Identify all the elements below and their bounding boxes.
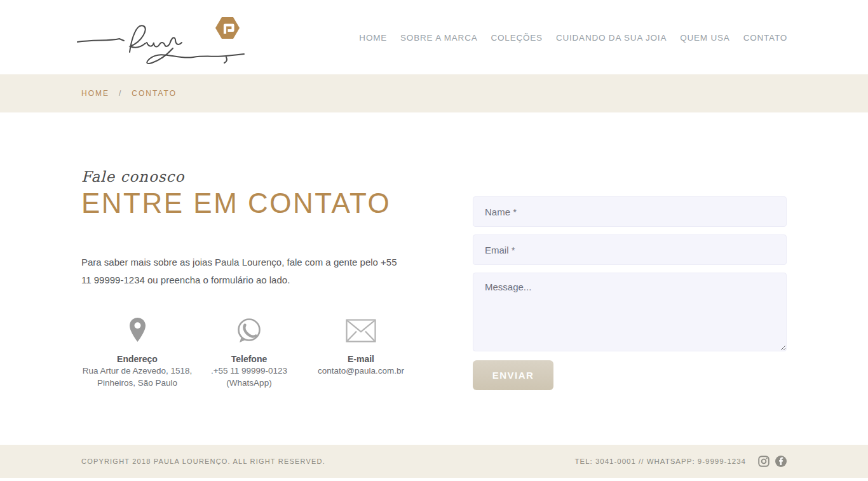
- nav-item-home[interactable]: HOME: [359, 33, 387, 43]
- address-line: Pinheiros, São Paulo: [81, 377, 193, 388]
- contact-page: HOME SOBRE A MARCA COLEÇÕES CUIDANDO DA …: [0, 0, 868, 481]
- address-info-block: Endereço Rua Artur de Azevedo, 1518, Pin…: [81, 317, 193, 388]
- send-button[interactable]: ENVIAR: [473, 360, 553, 390]
- envelope-icon: [305, 317, 417, 345]
- address-line: Rua Artur de Azevedo, 1518,: [81, 365, 193, 376]
- nav-item-quem-usa[interactable]: QUEM USA: [680, 33, 729, 43]
- contact-info-row: Endereço Rua Artur de Azevedo, 1518, Pin…: [81, 317, 417, 388]
- email-info-block: E-mail contato@paula.com.br: [305, 317, 417, 388]
- bottom-strip: [0, 478, 868, 481]
- phone-info-block: Telefone .+55 11 99999-0123 (WhatsApp): [193, 317, 305, 388]
- message-textarea[interactable]: [473, 273, 787, 351]
- breadcrumb-current: CONTATO: [132, 89, 177, 98]
- footer-contact-area: TEL: 3041-0001 // WHATSAPP: 9-9999-1234: [574, 456, 787, 467]
- instagram-icon[interactable]: [758, 456, 770, 467]
- site-footer: COPYRIGHT 2018 PAULA LOURENÇO. ALL RIGHT…: [0, 445, 868, 478]
- nav-item-sobre-a-marca[interactable]: SOBRE A MARCA: [400, 33, 477, 43]
- main-content: Fale conosco ENTRE EM CONTATO Para saber…: [0, 112, 868, 445]
- hexagon-monogram-icon: [215, 15, 240, 41]
- whatsapp-icon: [193, 317, 305, 345]
- main-navigation: HOME SOBRE A MARCA COLEÇÕES CUIDANDO DA …: [359, 32, 787, 43]
- breadcrumb-separator: /: [119, 89, 122, 98]
- location-pin-icon: [81, 317, 193, 345]
- breadcrumb: HOME / CONTATO: [81, 89, 177, 98]
- contact-form: ENVIAR: [473, 196, 787, 445]
- nav-item-cuidando-da-sua-joia[interactable]: CUIDANDO DA SUA JOIA: [556, 33, 667, 43]
- script-subtitle: Fale conosco: [81, 168, 424, 185]
- brand-logo[interactable]: [76, 9, 247, 66]
- phone-line: .+55 11 99999-0123: [193, 365, 305, 376]
- nav-item-colecoes[interactable]: COLEÇÕES: [491, 33, 543, 43]
- email-input[interactable]: [473, 234, 787, 265]
- contact-intro-column: Fale conosco ENTRE EM CONTATO Para saber…: [81, 168, 424, 445]
- breadcrumb-home-link[interactable]: HOME: [81, 89, 109, 98]
- nav-item-contato[interactable]: CONTATO: [743, 33, 787, 43]
- email-line: contato@paula.com.br: [305, 365, 417, 376]
- name-input[interactable]: [473, 196, 787, 227]
- facebook-icon[interactable]: [775, 456, 787, 467]
- phone-title: Telefone: [193, 354, 305, 364]
- site-header: HOME SOBRE A MARCA COLEÇÕES CUIDANDO DA …: [0, 0, 868, 74]
- intro-paragraph: Para saber mais sobre as joias Paula Lou…: [81, 254, 409, 289]
- address-title: Endereço: [81, 354, 193, 364]
- breadcrumb-bar: HOME / CONTATO: [0, 74, 868, 112]
- phone-line: (WhatsApp): [193, 377, 305, 388]
- footer-contact-line: TEL: 3041-0001 // WHATSAPP: 9-9999-1234: [574, 457, 746, 465]
- copyright-text: COPYRIGHT 2018 PAULA LOURENÇO. ALL RIGHT…: [81, 457, 325, 465]
- page-title: ENTRE EM CONTATO: [81, 189, 424, 218]
- email-title: E-mail: [305, 354, 417, 364]
